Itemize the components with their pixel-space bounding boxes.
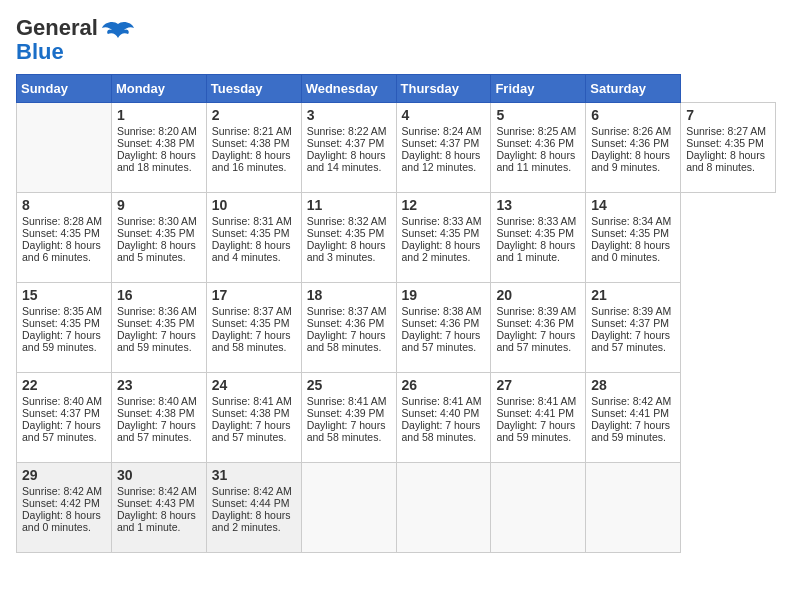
day-info: and 18 minutes. [117,161,201,173]
day-header-sunday: Sunday [17,75,112,103]
calendar-cell: 12Sunrise: 8:33 AMSunset: 4:35 PMDayligh… [396,193,491,283]
calendar-week-row: 22Sunrise: 8:40 AMSunset: 4:37 PMDayligh… [17,373,776,463]
day-number: 21 [591,287,675,303]
day-info: and 57 minutes. [591,341,675,353]
day-number: 17 [212,287,296,303]
calendar-cell: 24Sunrise: 8:41 AMSunset: 4:38 PMDayligh… [206,373,301,463]
day-number: 19 [402,287,486,303]
calendar-cell: 8Sunrise: 8:28 AMSunset: 4:35 PMDaylight… [17,193,112,283]
day-info: and 57 minutes. [402,341,486,353]
day-info: Daylight: 8 hours [402,239,486,251]
day-info: Daylight: 8 hours [591,239,675,251]
calendar-cell: 13Sunrise: 8:33 AMSunset: 4:35 PMDayligh… [491,193,586,283]
day-info: Sunset: 4:37 PM [22,407,106,419]
day-info: Sunrise: 8:41 AM [496,395,580,407]
day-info: Daylight: 8 hours [307,239,391,251]
day-info: Sunset: 4:36 PM [591,137,675,149]
day-info: Sunrise: 8:42 AM [22,485,106,497]
calendar-week-row: 29Sunrise: 8:42 AMSunset: 4:42 PMDayligh… [17,463,776,553]
day-info: Sunrise: 8:27 AM [686,125,770,137]
day-number: 2 [212,107,296,123]
day-info: Sunrise: 8:34 AM [591,215,675,227]
logo-text: General Blue [16,16,98,64]
day-info: Daylight: 7 hours [307,419,391,431]
day-number: 15 [22,287,106,303]
calendar-cell: 17Sunrise: 8:37 AMSunset: 4:35 PMDayligh… [206,283,301,373]
day-info: Sunset: 4:35 PM [212,227,296,239]
calendar-cell [301,463,396,553]
day-info: Sunrise: 8:39 AM [496,305,580,317]
day-info: and 5 minutes. [117,251,201,263]
day-info: Daylight: 8 hours [686,149,770,161]
calendar-cell: 26Sunrise: 8:41 AMSunset: 4:40 PMDayligh… [396,373,491,463]
day-info: Sunset: 4:35 PM [591,227,675,239]
day-info: Sunset: 4:38 PM [117,137,201,149]
day-info: Sunset: 4:35 PM [307,227,391,239]
day-info: Daylight: 8 hours [212,149,296,161]
calendar-cell: 31Sunrise: 8:42 AMSunset: 4:44 PMDayligh… [206,463,301,553]
day-info: Sunset: 4:37 PM [307,137,391,149]
calendar-cell: 1Sunrise: 8:20 AMSunset: 4:38 PMDaylight… [111,103,206,193]
day-number: 26 [402,377,486,393]
day-info: Sunset: 4:36 PM [402,317,486,329]
day-info: Daylight: 8 hours [496,239,580,251]
day-info: Sunrise: 8:38 AM [402,305,486,317]
day-info: and 4 minutes. [212,251,296,263]
calendar-cell: 9Sunrise: 8:30 AMSunset: 4:35 PMDaylight… [111,193,206,283]
calendar-cell [17,103,112,193]
calendar-cell: 10Sunrise: 8:31 AMSunset: 4:35 PMDayligh… [206,193,301,283]
day-info: Daylight: 8 hours [402,149,486,161]
day-info: Sunrise: 8:40 AM [22,395,106,407]
calendar-table: SundayMondayTuesdayWednesdayThursdayFrid… [16,74,776,553]
logo: General Blue [16,16,136,64]
day-info: Sunset: 4:36 PM [496,137,580,149]
day-info: and 58 minutes. [307,341,391,353]
day-info: Daylight: 7 hours [591,329,675,341]
day-header-friday: Friday [491,75,586,103]
day-info: Sunset: 4:35 PM [402,227,486,239]
day-number: 23 [117,377,201,393]
day-info: and 0 minutes. [591,251,675,263]
day-info: Sunset: 4:35 PM [117,227,201,239]
day-number: 8 [22,197,106,213]
day-info: Sunrise: 8:33 AM [402,215,486,227]
day-info: Daylight: 7 hours [591,419,675,431]
day-info: Sunset: 4:35 PM [496,227,580,239]
day-number: 25 [307,377,391,393]
day-info: and 0 minutes. [22,521,106,533]
day-info: Daylight: 7 hours [212,329,296,341]
day-info: Sunset: 4:40 PM [402,407,486,419]
day-info: Sunrise: 8:41 AM [402,395,486,407]
day-info: Sunrise: 8:22 AM [307,125,391,137]
calendar-cell: 28Sunrise: 8:42 AMSunset: 4:41 PMDayligh… [586,373,681,463]
calendar-cell: 15Sunrise: 8:35 AMSunset: 4:35 PMDayligh… [17,283,112,373]
day-info: and 57 minutes. [22,431,106,443]
day-info: Sunset: 4:37 PM [402,137,486,149]
day-info: and 11 minutes. [496,161,580,173]
calendar-cell: 3Sunrise: 8:22 AMSunset: 4:37 PMDaylight… [301,103,396,193]
day-info: and 1 minute. [496,251,580,263]
day-number: 9 [117,197,201,213]
day-info: Sunrise: 8:32 AM [307,215,391,227]
day-info: Sunrise: 8:36 AM [117,305,201,317]
day-number: 28 [591,377,675,393]
day-info: Daylight: 7 hours [307,329,391,341]
day-number: 12 [402,197,486,213]
day-info: and 59 minutes. [591,431,675,443]
day-info: Sunrise: 8:35 AM [22,305,106,317]
day-info: Daylight: 7 hours [496,419,580,431]
day-info: Sunset: 4:42 PM [22,497,106,509]
day-info: Sunrise: 8:33 AM [496,215,580,227]
day-info: Daylight: 8 hours [117,509,201,521]
calendar-week-row: 8Sunrise: 8:28 AMSunset: 4:35 PMDaylight… [17,193,776,283]
day-info: Daylight: 8 hours [212,509,296,521]
day-number: 5 [496,107,580,123]
day-number: 3 [307,107,391,123]
day-header-saturday: Saturday [586,75,681,103]
day-number: 6 [591,107,675,123]
day-info: Sunset: 4:39 PM [307,407,391,419]
day-info: Sunset: 4:36 PM [307,317,391,329]
day-info: and 58 minutes. [307,431,391,443]
day-info: and 58 minutes. [212,341,296,353]
calendar-cell: 29Sunrise: 8:42 AMSunset: 4:42 PMDayligh… [17,463,112,553]
